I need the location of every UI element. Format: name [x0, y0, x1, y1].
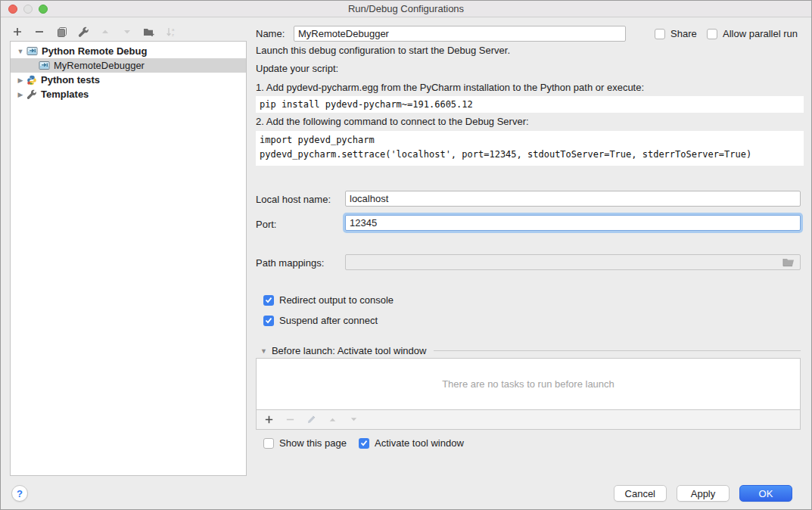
activate-tool-window-checkbox-box[interactable] — [359, 438, 369, 449]
redirect-output-checkbox-box[interactable] — [263, 295, 274, 306]
minus-icon — [285, 415, 295, 424]
chevron-up-icon — [100, 26, 110, 37]
remove-configuration-button[interactable] — [33, 26, 45, 38]
local-host-input[interactable] — [345, 191, 801, 207]
wrench-icon — [78, 26, 89, 38]
path-mappings-label: Path mappings: — [256, 257, 324, 269]
before-launch-task-list[interactable]: There are no tasks to run before launch — [256, 358, 801, 410]
svg-text:z: z — [172, 33, 174, 37]
step1-text: 1. Add pydevd-pycharm.egg from the PyCha… — [256, 82, 644, 94]
dialog-buttons: Cancel Apply OK — [614, 485, 792, 502]
folder-icon — [782, 257, 795, 267]
svg-text:a: a — [172, 27, 175, 32]
python-tests-icon — [26, 75, 37, 86]
cancel-button[interactable]: Cancel — [614, 485, 667, 502]
suspend-after-connect-checkbox[interactable]: Suspend after connect — [263, 315, 378, 326]
local-host-row: Local host name: — [256, 191, 801, 207]
allow-parallel-run-checkbox-label: Allow parallel run — [723, 28, 798, 39]
pencil-icon — [306, 415, 316, 424]
header-divider — [434, 350, 801, 351]
allow-parallel-run-checkbox-box[interactable] — [707, 29, 717, 39]
tree-item-label: Templates — [41, 89, 89, 100]
show-this-page-checkbox-box[interactable] — [263, 438, 274, 449]
remote-debug-config-icon — [39, 61, 50, 70]
tree-item-myremotedebugger[interactable]: MyRemoteDebugger — [11, 58, 246, 73]
before-launch-title: Before launch: Activate tool window — [272, 345, 427, 356]
expand-arrow-icon[interactable]: ▶ — [17, 91, 24, 98]
show-this-page-checkbox[interactable]: Show this page — [263, 437, 347, 449]
local-host-label: Local host name: — [256, 194, 331, 205]
plus-icon — [264, 415, 274, 424]
redirect-output-checkbox[interactable]: Redirect output to console — [263, 294, 394, 306]
settrace-code: import pydevd_pycharm pydevd_pycharm.set… — [256, 131, 804, 166]
add-task-button[interactable] — [263, 414, 275, 426]
collapse-arrow-icon[interactable]: ▼ — [17, 48, 24, 55]
configurations-toolbar: az — [11, 23, 177, 40]
intro-text-line2: Update your script: — [256, 63, 338, 75]
copy-icon — [56, 26, 67, 38]
new-folder-button[interactable] — [143, 26, 155, 38]
name-label: Name: — [256, 28, 285, 39]
tree-item-python-remote-debug[interactable]: ▼ Python Remote Debug — [11, 44, 246, 58]
before-launch-empty-text: There are no tasks to run before launch — [442, 378, 614, 390]
tree-item-label: Python tests — [41, 74, 100, 86]
pip-install-code: pip install pydevd-pycharm~=191.6605.12 — [256, 96, 804, 113]
help-button[interactable]: ? — [11, 485, 28, 502]
minus-icon — [34, 26, 45, 37]
settrace-code-line1: import pydevd_pycharm — [260, 135, 375, 145]
show-this-page-checkbox-label: Show this page — [279, 437, 347, 449]
chevron-down-icon — [122, 26, 132, 37]
question-mark-icon: ? — [17, 488, 23, 499]
port-label: Port: — [256, 219, 276, 230]
remove-task-button[interactable] — [284, 414, 296, 426]
run-debug-configurations-dialog: Run/Debug Configurations az ▼ — [0, 0, 812, 510]
browse-path-mappings-button[interactable] — [782, 257, 795, 267]
tree-item-python-tests[interactable]: ▶ Python tests — [11, 73, 246, 87]
path-mappings-input[interactable] — [345, 254, 801, 270]
activate-tool-window-checkbox[interactable]: Activate tool window — [359, 437, 464, 449]
share-checkbox-label: Share — [670, 28, 697, 39]
name-row: Name: Share Allow parallel run — [256, 26, 804, 42]
collapse-arrow-icon[interactable]: ▼ — [260, 347, 267, 355]
move-task-up-button[interactable] — [326, 414, 338, 426]
before-launch-header[interactable]: ▼ Before launch: Activate tool window — [256, 345, 801, 356]
sort-configurations-button[interactable]: az — [165, 26, 177, 38]
redirect-output-checkbox-label: Redirect output to console — [279, 294, 394, 306]
sort-az-icon: az — [166, 26, 176, 38]
intro-text-line1: Launch this debug configuration to start… — [256, 45, 510, 57]
add-configuration-button[interactable] — [11, 26, 23, 38]
share-checkbox-box[interactable] — [655, 29, 665, 39]
tree-item-label: MyRemoteDebugger — [54, 60, 145, 71]
share-checkbox[interactable]: Share — [655, 28, 697, 39]
edit-templates-button[interactable] — [77, 26, 89, 38]
ok-button[interactable]: OK — [739, 485, 792, 502]
suspend-after-connect-checkbox-box[interactable] — [263, 316, 274, 326]
apply-button[interactable]: Apply — [677, 485, 730, 502]
templates-wrench-icon — [26, 89, 37, 100]
move-down-button[interactable] — [121, 26, 133, 38]
port-input[interactable] — [345, 215, 801, 231]
expand-arrow-icon[interactable]: ▶ — [17, 76, 24, 84]
suspend-after-connect-checkbox-label: Suspend after connect — [279, 315, 378, 326]
configurations-tree: ▼ Python Remote Debug MyRemoteDebugger ▶… — [10, 41, 247, 476]
tree-item-label: Python Remote Debug — [42, 45, 147, 57]
chevron-down-icon — [349, 415, 359, 424]
activate-tool-window-checkbox-label: Activate tool window — [375, 437, 464, 449]
configuration-form: Name: Share Allow parallel run Launch th… — [256, 1, 804, 485]
move-up-button[interactable] — [99, 26, 111, 38]
allow-parallel-run-checkbox[interactable]: Allow parallel run — [707, 28, 798, 39]
port-row: Port: — [256, 215, 801, 233]
settrace-code-line2: pydevd_pycharm.settrace('localhost', por… — [260, 149, 751, 160]
step2-text: 2. Add the following command to connect … — [256, 116, 529, 128]
remote-debug-config-icon — [26, 46, 38, 56]
before-launch-toolbar — [256, 410, 801, 430]
new-folder-icon — [143, 26, 155, 37]
tree-item-templates[interactable]: ▶ Templates — [11, 87, 246, 101]
name-input[interactable] — [294, 26, 626, 42]
plus-icon — [12, 26, 23, 37]
chevron-up-icon — [328, 415, 338, 424]
copy-configuration-button[interactable] — [55, 26, 67, 38]
edit-task-button[interactable] — [305, 414, 317, 426]
move-task-down-button[interactable] — [347, 414, 359, 426]
path-mappings-row: Path mappings: — [256, 254, 801, 271]
